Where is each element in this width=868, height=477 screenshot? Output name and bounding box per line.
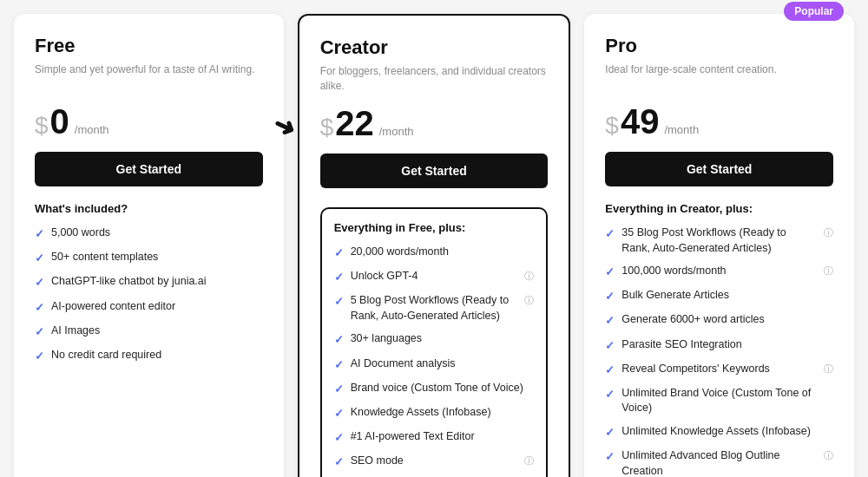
check-icon: ✓ [605,226,615,242]
list-item: ✓Bulk Generate Articles [605,288,833,304]
plan-price-free: $ 0 /month [35,104,263,140]
check-icon: ✓ [605,387,615,402]
feature-text: #1 AI-powered Text Editor [351,429,475,445]
get-started-button-creator[interactable]: Get Started [320,154,549,188]
list-item: ✓Unlimited Brand Voice (Custom Tone of V… [605,386,833,416]
plan-name-free: Free [35,35,263,57]
plan-card-free: Free Simple and yet powerful for a taste… [14,14,284,477]
list-item: ✓No credit card required [35,348,263,364]
list-item: ✓AI-powered content editor [35,299,263,316]
price-dollar-pro: $ [605,112,619,140]
list-item: ✓Brand voice (Custom Tone of Voice) [334,381,535,397]
list-item: ✓20,000 words/month [334,245,535,261]
info-icon[interactable]: ⓘ [824,363,833,376]
check-icon: ✓ [35,275,44,291]
feature-text: Reveal Competitors' Keywords [621,362,770,377]
list-item: ✓5,000 words [35,225,263,242]
feature-text: Unlimited Knowledge Assets (Infobase) [621,424,810,440]
feature-text: Parasite SEO Integration [621,337,741,353]
price-period-free: /month [75,123,109,136]
get-started-button-free[interactable]: Get Started [35,152,263,186]
info-icon[interactable]: ⓘ [824,226,833,239]
price-amount-free: 0 [50,104,69,139]
price-period-creator: /month [379,125,414,138]
feature-list-free: ✓5,000 words ✓50+ content templates ✓Cha… [35,225,263,364]
check-icon: ✓ [605,449,615,465]
feature-text: 5,000 words [51,225,110,241]
check-icon: ✓ [605,363,615,378]
list-item: ✓#1 AI-powered Text Editor [334,429,535,446]
list-item: ✓50+ content templates [35,250,263,266]
feature-text: 35 Blog Post Workflows (Ready to Rank, A… [621,225,817,256]
check-icon: ✓ [35,349,44,364]
check-icon: ✓ [605,313,615,329]
popular-badge: Popular [784,2,844,21]
feature-text: ChatGPT-like chatbot by junia.ai [51,274,207,290]
feature-text: 100,000 words/month [621,264,726,279]
check-icon: ✓ [35,226,44,242]
check-icon: ✓ [334,332,344,348]
feature-list-creator: ✓20,000 words/month ✓Unlock GPT-4ⓘ ✓5 Bl… [334,245,535,477]
feature-text: Unlimited Brand Voice (Custom Tone of Vo… [621,386,833,416]
list-item: ✓Unlimited Knowledge Assets (Infobase) [605,424,833,441]
info-icon[interactable]: ⓘ [524,294,534,307]
list-item: ✓Reveal Competitors' Keywordsⓘ [605,362,833,378]
check-icon: ✓ [605,265,615,280]
info-icon[interactable]: ⓘ [524,270,534,283]
check-icon: ✓ [605,289,615,304]
info-icon[interactable]: ⓘ [824,265,833,278]
price-period-pro: /month [664,123,699,136]
feature-text: No credit card required [51,348,161,363]
price-amount-creator: 22 [335,106,374,140]
plan-desc-creator: For bloggers, freelancers, and individua… [320,64,549,94]
list-item: ✓5 Blog Post Workflows (Ready to Rank, A… [334,293,535,323]
feature-list-pro: ✓35 Blog Post Workflows (Ready to Rank, … [605,225,833,477]
check-icon: ✓ [35,324,44,340]
list-item: ✓Unlimited Advanced Blog Outline Creatio… [605,448,833,477]
check-icon: ✓ [334,245,344,261]
feature-text: AI Document analysis [351,356,456,372]
list-item: ✓100,000 words/monthⓘ [605,264,833,280]
list-item: ✓30+ languages [334,331,535,348]
list-item: ✓SEO modeⓘ [334,454,535,470]
plan-name-pro: Pro [605,35,833,57]
check-icon: ✓ [334,270,344,285]
price-dollar-creator: $ [320,114,334,141]
section-title-creator: Everything in Free, plus: [334,221,535,234]
plan-name-creator: Creator [320,36,549,59]
feature-text: SEO mode [351,454,404,469]
feature-text: 50+ content templates [51,250,158,265]
creator-features-box: Everything in Free, plus: ✓20,000 words/… [320,207,549,477]
check-icon: ✓ [334,430,344,446]
plan-price-creator: $ 22 /month [320,106,549,141]
check-icon: ✓ [35,251,44,266]
price-amount-pro: 49 [621,104,660,139]
check-icon: ✓ [334,406,344,421]
list-item: ✓Generate 6000+ word articles [605,312,833,329]
check-icon: ✓ [334,454,344,470]
pricing-container: Free Simple and yet powerful for a taste… [14,14,854,477]
feature-text: AI Images [51,323,100,339]
info-icon[interactable]: ⓘ [524,454,534,467]
get-started-button-pro[interactable]: Get Started [605,152,833,186]
list-item: ✓35 Blog Post Workflows (Ready to Rank, … [605,225,833,256]
list-item: ✓Unlock GPT-4ⓘ [334,269,535,285]
plan-desc-free: Simple and yet powerful for a taste of A… [35,62,263,92]
plan-price-pro: $ 49 /month [605,104,833,140]
list-item: ✓ChatGPT-like chatbot by junia.ai [35,274,263,291]
check-icon: ✓ [334,294,344,310]
list-item: ✓Knowledge Assets (Infobase) [334,405,535,421]
feature-text: Unlock GPT-4 [351,269,418,284]
info-icon[interactable]: ⓘ [824,449,833,462]
feature-text: Bulk Generate Articles [621,288,729,304]
check-icon: ✓ [35,300,44,316]
price-dollar-free: $ [35,112,49,140]
feature-text: 20,000 words/month [351,245,449,260]
list-item: ✓AI Document analysis [334,356,535,373]
check-icon: ✓ [334,382,344,397]
plan-card-creator: ➜ Creator For bloggers, freelancers, and… [298,14,571,477]
feature-text: AI-powered content editor [51,299,175,315]
list-item: ✓AI Images [35,323,263,340]
feature-text: Knowledge Assets (Infobase) [351,405,491,421]
feature-text: 5 Blog Post Workflows (Ready to Rank, Au… [351,293,518,323]
